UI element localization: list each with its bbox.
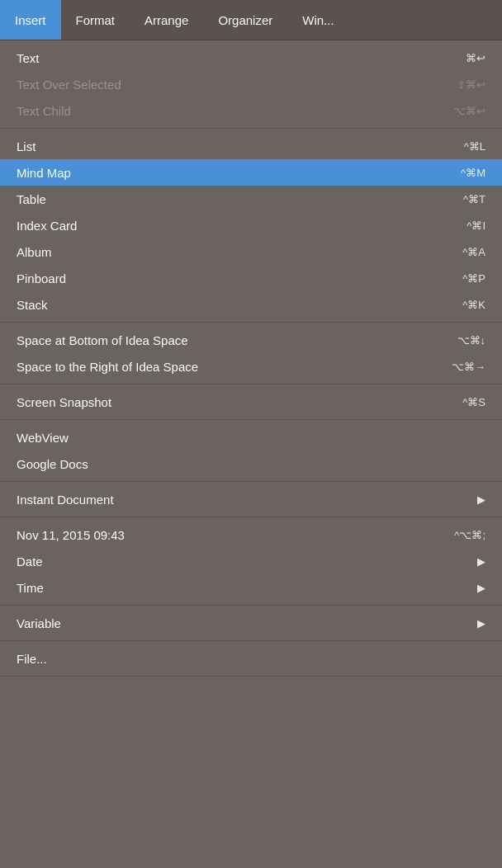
menu-tab-window[interactable]: Win... — [287, 0, 348, 40]
menu-item-label-index-card: Index Card — [17, 219, 77, 233]
shortcut-pinboard: ^⌘P — [462, 272, 485, 285]
menu-item-table[interactable]: Table^⌘T — [0, 186, 502, 212]
menu-item-label-mind-map: Mind Map — [17, 166, 71, 180]
menu-item-label-google-docs: Google Docs — [17, 457, 88, 471]
submenu-arrow-variable: ▶ — [477, 617, 485, 630]
menu-item-time[interactable]: Time▶ — [0, 574, 502, 601]
menu-item-label-date: Date — [17, 554, 43, 568]
shortcut-table: ^⌘T — [463, 193, 485, 205]
menu-item-label-instant-document: Instant Document — [17, 493, 114, 507]
menu-item-label-time: Time — [17, 581, 44, 595]
menu-item-label-space-right: Space to the Right of Idea Space — [17, 360, 198, 374]
menu-item-label-screen-snapshot: Screen Snapshot — [17, 395, 111, 409]
shortcut-stack: ^⌘K — [462, 299, 485, 311]
shortcut-text-child: ⌥⌘↩ — [453, 105, 485, 117]
menu-item-variable[interactable]: Variable▶ — [0, 610, 502, 636]
menu-tab-organizer[interactable]: Organizer — [203, 0, 287, 40]
menu-item-list[interactable]: List^⌘L — [0, 133, 502, 159]
menu-item-label-text-over-selected: Text Over Selected — [17, 78, 121, 92]
menu-item-label-text-child: Text Child — [17, 104, 71, 118]
section-instant-section: Instant Document▶ — [0, 482, 502, 517]
menu-item-space-right[interactable]: Space to the Right of Idea Space⌥⌘→ — [0, 353, 502, 380]
submenu-arrow-instant-document: ▶ — [477, 493, 485, 506]
menu-item-screen-snapshot[interactable]: Screen Snapshot^⌘S — [0, 389, 502, 415]
section-text-section: Text⌘↩Text Over Selected⇧⌘↩Text Child⌥⌘↩ — [0, 40, 502, 129]
menu-item-label-webview: WebView — [17, 431, 69, 445]
menu-item-datetime-now[interactable]: Nov 11, 2015 09:43^⌥⌘; — [0, 521, 502, 548]
menu-item-label-pinboard: Pinboard — [17, 271, 66, 285]
submenu-arrow-time: ▶ — [477, 582, 485, 594]
menu-item-label-stack: Stack — [17, 298, 48, 312]
menu-item-label-table: Table — [17, 192, 46, 206]
menu-item-webview[interactable]: WebView — [0, 424, 502, 451]
menu-item-text-child: Text Child⌥⌘↩ — [0, 97, 502, 124]
menu-item-label-datetime-now: Nov 11, 2015 09:43 — [17, 528, 125, 542]
section-variable-section: Variable▶ — [0, 606, 502, 641]
shortcut-text: ⌘↩ — [466, 52, 485, 64]
menu-item-label-text: Text — [17, 51, 40, 65]
menu-bar: InsertFormatArrangeOrganizerWin... — [0, 0, 502, 40]
menu-item-file[interactable]: File... — [0, 645, 502, 672]
section-structure-section: List^⌘LMind Map^⌘MTable^⌘TIndex Card^⌘IA… — [0, 129, 502, 323]
shortcut-album: ^⌘A — [462, 246, 485, 258]
menu-content: Text⌘↩Text Over Selected⇧⌘↩Text Child⌥⌘↩… — [0, 40, 502, 677]
menu-tab-arrange[interactable]: Arrange — [130, 0, 203, 40]
menu-item-label-list: List — [17, 139, 36, 153]
menu-item-label-album: Album — [17, 245, 52, 259]
shortcut-screen-snapshot: ^⌘S — [462, 396, 485, 408]
shortcut-index-card: ^⌘I — [466, 219, 485, 232]
menu-item-stack[interactable]: Stack^⌘K — [0, 291, 502, 318]
shortcut-list: ^⌘L — [464, 140, 485, 153]
shortcut-text-over-selected: ⇧⌘↩ — [457, 78, 485, 91]
shortcut-mind-map: ^⌘M — [461, 167, 485, 179]
menu-item-space-bottom[interactable]: Space at Bottom of Idea Space⌥⌘↓ — [0, 327, 502, 353]
shortcut-space-right: ⌥⌘→ — [452, 361, 485, 373]
menu-item-pinboard[interactable]: Pinboard^⌘P — [0, 265, 502, 291]
menu-item-google-docs[interactable]: Google Docs — [0, 451, 502, 477]
menu-item-date[interactable]: Date▶ — [0, 548, 502, 574]
menu-item-mind-map[interactable]: Mind Map^⌘M — [0, 159, 502, 186]
menu-item-label-variable: Variable — [17, 616, 61, 630]
menu-item-label-file: File... — [17, 652, 47, 666]
section-space-section: Space at Bottom of Idea Space⌥⌘↓Space to… — [0, 323, 502, 384]
section-web-section: WebViewGoogle Docs — [0, 420, 502, 482]
menu-item-text-over-selected: Text Over Selected⇧⌘↩ — [0, 71, 502, 97]
menu-item-text[interactable]: Text⌘↩ — [0, 45, 502, 71]
menu-item-index-card[interactable]: Index Card^⌘I — [0, 212, 502, 238]
menu-tab-insert[interactable]: Insert — [0, 0, 61, 40]
menu-item-instant-document[interactable]: Instant Document▶ — [0, 486, 502, 512]
menu-item-album[interactable]: Album^⌘A — [0, 238, 502, 265]
section-datetime-section: Nov 11, 2015 09:43^⌥⌘;Date▶Time▶ — [0, 517, 502, 606]
section-file-section: File... — [0, 641, 502, 677]
shortcut-datetime-now: ^⌥⌘; — [454, 529, 485, 541]
shortcut-space-bottom: ⌥⌘↓ — [457, 334, 486, 347]
section-snapshot-section: Screen Snapshot^⌘S — [0, 384, 502, 420]
submenu-arrow-date: ▶ — [477, 555, 485, 568]
menu-item-label-space-bottom: Space at Bottom of Idea Space — [17, 333, 188, 347]
menu-tab-format[interactable]: Format — [61, 0, 130, 40]
